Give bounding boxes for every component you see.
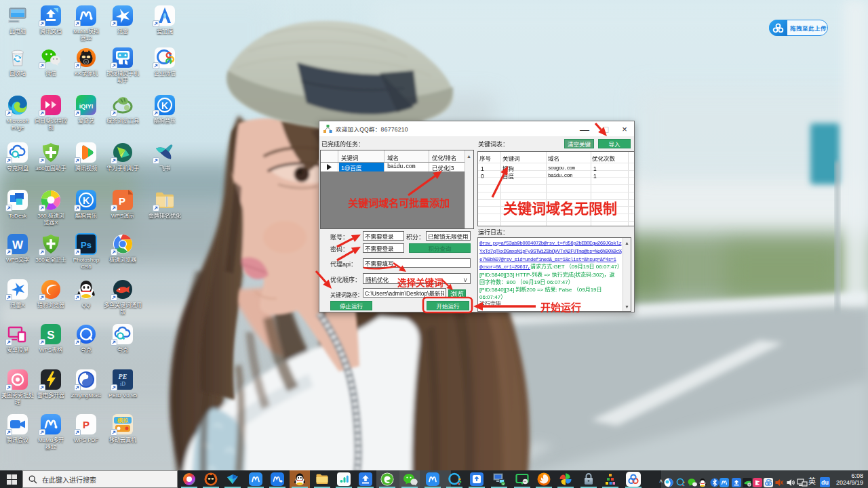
svg-text:iQIYI: iQIYI (79, 103, 94, 110)
svg-text:模拟: 模拟 (117, 418, 129, 424)
svg-text:iD: iD (120, 381, 125, 387)
svg-text:K: K (83, 195, 90, 206)
svg-text:K: K (161, 100, 168, 111)
svg-text:P: P (83, 419, 90, 430)
svg-text:PE: PE (119, 373, 127, 380)
svg-text:P: P (119, 195, 125, 207)
svg-text:K: K (85, 60, 87, 64)
svg-text:W: W (12, 239, 24, 251)
svg-text:du: du (821, 479, 829, 486)
svg-text:Ps: Ps (81, 240, 92, 250)
svg-text:S: S (47, 329, 54, 342)
